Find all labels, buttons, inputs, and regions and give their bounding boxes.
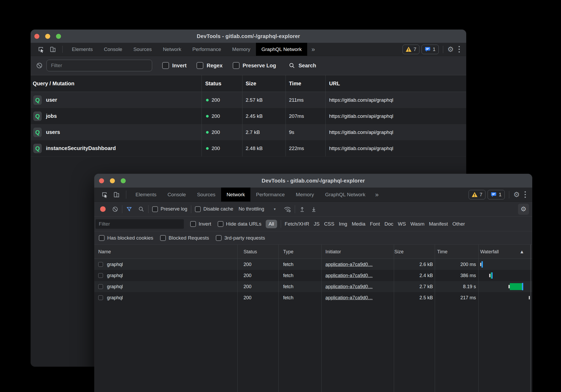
sort-ascending-icon[interactable]: ▲ [520,245,524,259]
invert-checkbox[interactable] [162,62,169,69]
column-type[interactable]: Type [283,245,293,259]
inspect-element-icon[interactable] [35,43,47,56]
disable-cache-checkbox[interactable] [195,206,201,212]
device-toolbar-icon[interactable] [47,43,59,56]
column-size[interactable]: Size [394,245,404,259]
filter-chip-wasm[interactable]: Wasm [410,221,424,227]
preserve-log-checkbox[interactable] [233,62,240,69]
device-toolbar-icon[interactable] [111,188,122,202]
filter-chip-doc[interactable]: Doc [384,221,393,227]
column-query-mutation[interactable]: Query / Mutation [33,75,74,92]
network-request-row[interactable]: graphql 200 fetch application-a7ca9d0… 2… [94,292,532,303]
row-checkbox[interactable] [98,273,103,278]
column-url[interactable]: URL [329,75,340,92]
chevron-down-icon[interactable]: ▼ [273,207,276,211]
tab-elements[interactable]: Elements [66,43,98,56]
throttling-dropdown[interactable]: No throttling [239,206,264,212]
column-waterfall[interactable]: Waterfall [480,245,499,259]
network-request-row[interactable]: graphql 200 fetch application-a7ca9d0… 2… [94,281,532,292]
network-conditions-icon[interactable] [284,206,291,213]
third-party-requests-checkbox[interactable] [216,235,222,241]
graphql-row-user[interactable]: Q user 200 2.57 kB 211ms https://gitlab.… [31,92,466,108]
tab-graphql-network[interactable]: GraphQL Network [256,43,307,56]
more-tabs-icon[interactable]: » [371,188,383,202]
column-size[interactable]: Size [246,75,256,92]
clear-network-log-icon[interactable] [112,206,118,212]
network-settings-button[interactable]: ⚙ [518,204,529,215]
preserve-log-checkbox[interactable] [152,206,158,212]
blocked-requests-checkbox[interactable] [160,235,166,241]
filter-chip-media[interactable]: Media [352,221,366,227]
export-har-icon[interactable] [310,206,317,213]
graphql-row-jobs[interactable]: Q jobs 200 2.45 kB 207ms https://gitlab.… [31,108,466,124]
graphql-row-users[interactable]: Q users 200 2.7 kB 9s https://gitlab.com… [31,124,466,140]
import-har-icon[interactable] [299,206,306,213]
titlebar[interactable]: DevTools - gitlab.com/-/graphql-explorer [94,174,532,188]
filter-chip-ws[interactable]: WS [398,221,406,227]
column-name[interactable]: Name [98,245,111,259]
row-checkbox[interactable] [98,262,103,267]
issues-badge[interactable]: 1 [488,190,505,199]
close-window-button[interactable] [34,34,39,39]
zoom-window-button[interactable] [121,178,126,183]
request-initiator-link[interactable]: application-a7ca9d0… [325,281,373,292]
more-options-icon[interactable] [456,46,462,53]
column-status[interactable]: Status [244,245,257,259]
filter-chip-other[interactable]: Other [452,221,465,227]
tab-sources[interactable]: Sources [128,43,157,56]
network-request-row[interactable]: graphql 200 fetch application-a7ca9d0… 2… [94,270,532,281]
filter-chip-js[interactable]: JS [314,221,320,227]
filter-chip-manifest[interactable]: Manifest [429,221,448,227]
invert-toggle[interactable]: Invert [162,62,186,69]
row-checkbox[interactable] [98,295,103,300]
column-status[interactable]: Status [205,75,221,92]
more-options-icon[interactable] [522,191,529,198]
issues-badge[interactable]: 1 [422,45,439,54]
warnings-badge[interactable]: 7 [469,190,486,199]
tab-console[interactable]: Console [98,43,128,56]
column-time[interactable]: Time [437,245,447,259]
column-initiator[interactable]: Initiator [325,245,341,259]
network-request-row[interactable]: graphql 200 fetch application-a7ca9d0… 2… [94,259,532,270]
tab-console[interactable]: Console [162,188,191,202]
search-icon[interactable] [138,206,144,212]
graphql-filter-input[interactable] [46,60,152,71]
tab-memory[interactable]: Memory [290,188,320,202]
close-window-button[interactable] [99,178,104,183]
filter-funnel-icon[interactable] [126,206,132,212]
titlebar[interactable]: DevTools - gitlab.com/-/graphql-explorer [31,30,466,43]
has-blocked-cookies-checkbox[interactable] [99,235,105,241]
filter-chip-fetch-xhr[interactable]: Fetch/XHR [285,221,309,227]
minimize-window-button[interactable] [45,34,50,39]
preserve-log-toggle[interactable]: Preserve Log [233,62,276,69]
request-initiator-link[interactable]: application-a7ca9d0… [325,292,373,303]
hide-data-urls-checkbox[interactable] [218,221,223,227]
row-checkbox[interactable] [98,284,103,289]
request-initiator-link[interactable]: application-a7ca9d0… [325,259,373,270]
filter-chip-font[interactable]: Font [370,221,380,227]
zoom-window-button[interactable] [56,34,61,39]
regex-toggle[interactable]: Regex [197,62,222,69]
record-network-log-button[interactable] [100,206,106,212]
filter-chip-img[interactable]: Img [339,221,347,227]
settings-gear-icon[interactable]: ⚙ [513,191,520,198]
more-tabs-icon[interactable]: » [307,43,319,56]
network-filter-input[interactable] [96,219,184,229]
regex-checkbox[interactable] [197,62,203,69]
tab-network[interactable]: Network [157,43,187,56]
filter-chip-all[interactable]: All [266,220,277,228]
tab-graphql-network[interactable]: GraphQL Network [320,188,371,202]
tab-network[interactable]: Network [221,188,251,202]
request-initiator-link[interactable]: application-a7ca9d0… [325,270,373,281]
tab-performance[interactable]: Performance [250,188,290,202]
tab-elements[interactable]: Elements [130,188,162,202]
settings-gear-icon[interactable]: ⚙ [447,46,454,53]
graphql-row-instance-security-dashboard[interactable]: Q instanceSecurityDashboard 200 2.48 kB … [31,140,466,157]
block-icon[interactable] [36,62,43,69]
invert-checkbox[interactable] [190,221,196,227]
search-button[interactable]: Search [289,62,316,69]
minimize-window-button[interactable] [110,178,115,183]
filter-chip-css[interactable]: CSS [324,221,334,227]
warnings-badge[interactable]: 7 [403,45,420,54]
tab-sources[interactable]: Sources [191,188,221,202]
